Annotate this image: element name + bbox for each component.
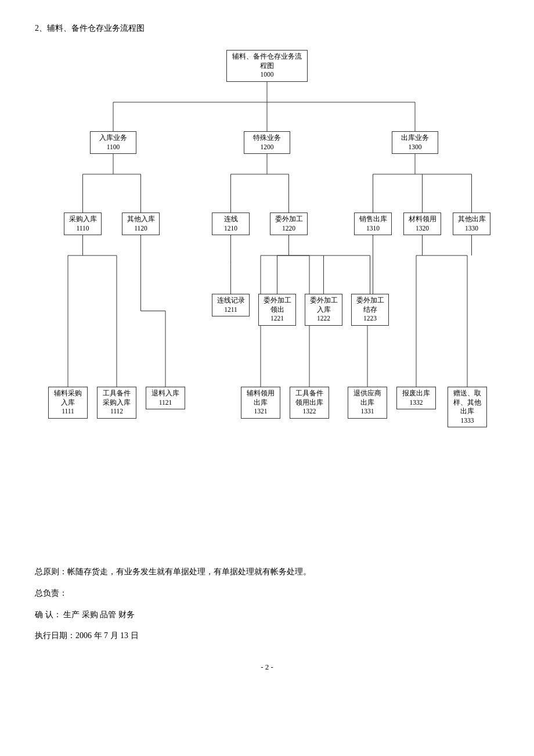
- node-1322: 工具备件领用出库1322: [290, 387, 329, 419]
- node-1120: 其他入库1120: [122, 213, 160, 235]
- node-1111: 辅料采购入库1111: [48, 387, 88, 419]
- page-number: - 2 -: [35, 663, 499, 672]
- node-root: 辅料、备件仓存业务流程图1000: [226, 50, 308, 82]
- node-1100: 入库业务1100: [90, 131, 136, 154]
- node-1222: 委外加工入库1222: [305, 294, 342, 326]
- node-1333: 赠送、取样、其他出库1333: [448, 387, 487, 427]
- node-1223: 委外加工结存1223: [351, 294, 389, 326]
- node-1112: 工具备件采购入库1112: [97, 387, 136, 419]
- section-title: 2、辅料、备件仓存业务流程图: [35, 23, 499, 34]
- responsible: 总负责：: [35, 585, 499, 603]
- confirm-roles: 生产 采购 品管 财务: [63, 610, 135, 619]
- node-1210: 连线1210: [212, 213, 250, 235]
- bottom-section: 总原则：帐随存货走，有业务发生就有单据处理，有单据处理就有帐务处理。 总负责： …: [35, 563, 499, 645]
- node-1300: 出库业务1300: [392, 131, 438, 154]
- node-1321: 辅料领用出库1321: [241, 387, 280, 419]
- exec-date: 执行日期：2006 年 7 月 13 日: [35, 627, 499, 645]
- general-principle: 总原则：帐随存货走，有业务发生就有单据处理，有单据处理就有帐务处理。: [35, 563, 499, 581]
- node-1110: 采购入库1110: [64, 213, 102, 235]
- node-1220: 委外加工1220: [270, 213, 308, 235]
- confirm-label: 确 认：: [35, 610, 62, 619]
- node-1200: 特殊业务1200: [244, 131, 290, 154]
- node-1331: 退供应商出库1331: [348, 387, 387, 419]
- flowchart-container: 辅料、备件仓存业务流程图1000 入库业务1100 特殊业务1200 出库业务1…: [38, 44, 496, 549]
- node-1330: 其他出库1330: [453, 213, 490, 235]
- node-1320: 材料领用1320: [403, 213, 441, 235]
- node-1332: 报废出库1332: [396, 387, 436, 409]
- node-1211: 连线记录1211: [212, 294, 250, 316]
- node-1221: 委外加工领出1221: [258, 294, 296, 326]
- node-1121: 退料入库1121: [146, 387, 185, 409]
- node-1310: 销售出库1310: [354, 213, 392, 235]
- confirm: 确 认： 生产 采购 品管 财务: [35, 606, 499, 624]
